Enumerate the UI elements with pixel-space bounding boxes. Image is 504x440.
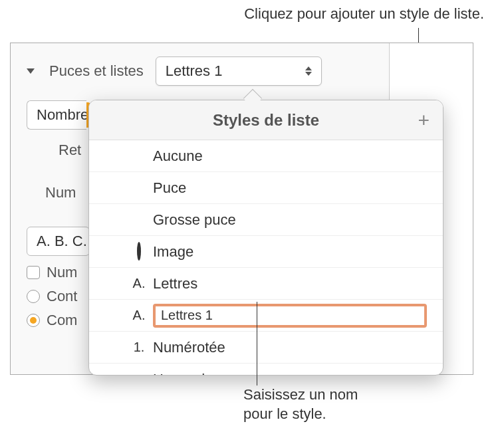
style-item-numbered[interactable]: 1. Numérotée	[89, 332, 443, 364]
style-label: Aucune	[153, 148, 203, 165]
style-item-harvard[interactable]: I. Harvard	[89, 364, 443, 376]
bullets-lists-row: Puces et listes Lettres 1	[27, 56, 373, 86]
style-label: Puce	[153, 179, 186, 197]
checkbox-icon[interactable]	[27, 266, 40, 279]
radio-icon[interactable]	[27, 290, 40, 303]
chevrons-icon	[305, 66, 312, 76]
option-label: Cont	[47, 288, 77, 305]
list-style-dropdown[interactable]: Lettres 1	[156, 56, 322, 86]
letter-marker: A.	[129, 276, 149, 291]
style-item-bullet[interactable]: Puce	[89, 172, 443, 204]
number-marker: 1.	[129, 340, 149, 355]
callout-enter-name: Saisissez un nom pour le style.	[243, 385, 358, 423]
number-dropdown[interactable]: Nombre	[27, 100, 86, 130]
style-item-letters-1-editing[interactable]: A. Lettres 1	[89, 300, 443, 332]
callout-line2: pour le style.	[243, 405, 358, 424]
disclosure-triangle-icon[interactable]	[27, 68, 35, 74]
number-format-dropdown[interactable]: A. B. C.	[27, 227, 90, 256]
add-style-button[interactable]: +	[418, 110, 430, 130]
style-label: Lettres	[153, 275, 197, 292]
style-label: Harvard	[153, 371, 205, 376]
callout-line1: Saisissez un nom	[243, 385, 358, 405]
dropdown-value: Lettres 1	[166, 62, 223, 80]
roman-marker: I.	[129, 372, 149, 376]
popover-title: Styles de liste	[213, 111, 319, 130]
style-item-big-bullet[interactable]: Grosse puce	[89, 204, 443, 236]
option-label: Com	[47, 312, 77, 329]
input-value: Lettres 1	[161, 308, 213, 323]
style-list: Aucune Puce Grosse puce Image A. Lettres…	[89, 140, 443, 376]
style-label: Image	[153, 243, 193, 261]
leader-line-bottom	[257, 302, 257, 385]
section-label: Puces et listes	[49, 62, 144, 80]
style-item-letters[interactable]: A. Lettres	[89, 268, 443, 300]
style-item-none[interactable]: Aucune	[89, 140, 443, 172]
letter-marker: A.	[129, 308, 149, 323]
popover-header: Styles de liste +	[89, 100, 443, 140]
radio-icon[interactable]	[27, 314, 40, 327]
style-item-image[interactable]: Image	[89, 236, 443, 268]
option-label: Num	[47, 264, 77, 281]
circle-icon	[129, 244, 149, 259]
style-name-input[interactable]: Lettres 1	[153, 304, 427, 328]
list-styles-popover: Styles de liste + Aucune Puce Grosse puc…	[88, 100, 443, 376]
callout-add-style: Cliquez pour ajouter un style de liste.	[244, 5, 484, 23]
style-label: Grosse puce	[153, 211, 236, 229]
style-label: Numérotée	[153, 339, 225, 356]
